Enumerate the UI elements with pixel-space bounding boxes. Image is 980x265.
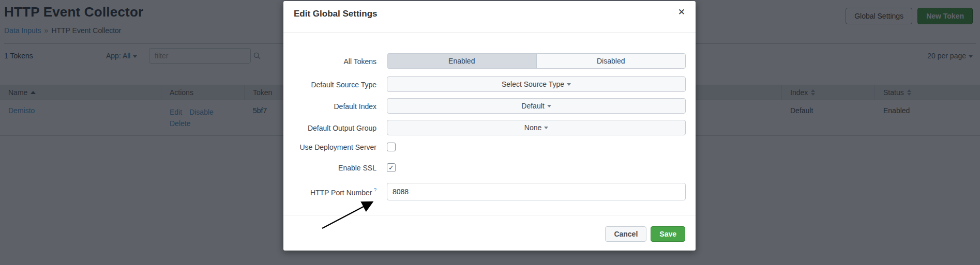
- field-use-deployment-server: Use Deployment Server: [283, 143, 696, 151]
- default-index-dropdown[interactable]: Default: [387, 98, 686, 114]
- enable-ssl-checkbox[interactable]: ✓: [387, 163, 396, 172]
- all-tokens-enabled-option[interactable]: Enabled: [387, 54, 536, 68]
- help-icon[interactable]: ?: [373, 188, 376, 193]
- http-port-number-input[interactable]: [387, 183, 686, 200]
- use-deployment-server-label: Use Deployment Server: [283, 143, 376, 151]
- modal-footer-divider: [283, 215, 696, 215]
- close-icon[interactable]: ✕: [678, 8, 685, 17]
- edit-global-settings-modal: Edit Global Settings ✕ All Tokens Enable…: [283, 1, 696, 251]
- default-output-group-dropdown[interactable]: None: [387, 120, 686, 135]
- caret-down-icon: [544, 127, 548, 129]
- enable-ssl-label: Enable SSL: [283, 164, 376, 172]
- caret-down-icon: [567, 83, 571, 86]
- field-default-index: Default Index Default: [283, 98, 696, 114]
- cancel-button[interactable]: Cancel: [605, 226, 646, 242]
- caret-down-icon: [547, 105, 551, 107]
- save-button[interactable]: Save: [651, 226, 685, 242]
- all-tokens-disabled-option[interactable]: Disabled: [536, 54, 686, 68]
- http-port-number-label: HTTP Port Number?: [283, 188, 376, 197]
- default-index-label: Default Index: [283, 102, 376, 111]
- default-source-type-label: Default Source Type: [283, 81, 376, 89]
- modal-title: Edit Global Settings: [294, 9, 378, 19]
- modal-header-divider: [283, 32, 696, 33]
- field-all-tokens: All Tokens Enabled Disabled: [283, 53, 696, 69]
- all-tokens-toggle: Enabled Disabled: [387, 53, 686, 69]
- default-source-type-dropdown[interactable]: Select Source Type: [387, 76, 686, 92]
- field-enable-ssl: Enable SSL ✓: [283, 163, 696, 172]
- use-deployment-server-checkbox[interactable]: [387, 143, 396, 151]
- default-output-group-label: Default Output Group: [283, 124, 376, 132]
- field-http-port-number: HTTP Port Number?: [283, 183, 696, 200]
- field-default-output-group: Default Output Group None: [283, 120, 696, 135]
- all-tokens-label: All Tokens: [283, 57, 376, 66]
- modal-footer: Cancel Save: [605, 226, 685, 242]
- field-default-source-type: Default Source Type Select Source Type: [283, 76, 696, 92]
